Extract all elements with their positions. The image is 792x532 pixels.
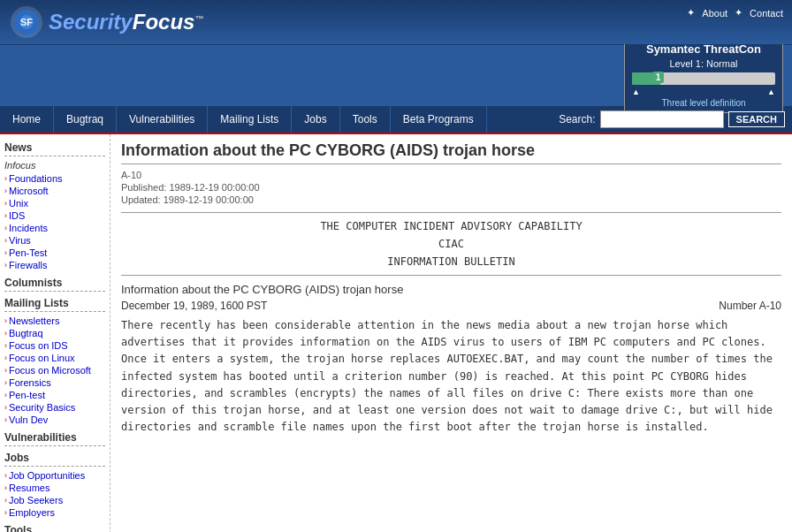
mailing-lists-section-title: Mailing Lists — [4, 297, 105, 312]
arrow-icon-ml6: › — [4, 378, 7, 387]
incidents-link[interactable]: Incidents — [9, 223, 48, 233]
arrow-icon-5: › — [4, 224, 7, 232]
nav-beta-programs[interactable]: Beta Programs — [391, 106, 487, 133]
sidebar-item-virus[interactable]: › Virus — [4, 234, 105, 247]
vuln-dev-link[interactable]: Vuln Dev — [9, 414, 48, 425]
focus-ids-link[interactable]: Focus on IDS — [9, 340, 68, 351]
article-ciac3: INFORMATION BULLETIN — [121, 255, 781, 268]
article-published: Published: 1989-12-19 00:00:00 — [121, 182, 781, 193]
resumes-link[interactable]: Resumes — [9, 483, 50, 493]
employers-link[interactable]: Employers — [9, 507, 55, 518]
arrow-icon-j3: › — [4, 496, 7, 505]
arrow-icon-ml2: › — [4, 329, 7, 338]
jobs-section-title: Jobs — [4, 452, 105, 467]
sidebar-item-job-seekers[interactable]: › Job Seekers — [4, 494, 105, 506]
sidebar-item-forensics[interactable]: › Forensics — [4, 376, 105, 389]
threatcon-widget: Symantec ThreatCon Level 1: Normal 1 ▲ ▲… — [624, 38, 783, 113]
forensics-link[interactable]: Forensics — [9, 377, 51, 388]
sidebar-item-microsoft[interactable]: › Microsoft — [4, 185, 105, 197]
arrow-icon-ml1: › — [4, 316, 7, 325]
logo-icon: SF — [9, 4, 44, 40]
threatcon-level: Level 1: Normal — [632, 58, 775, 69]
ids-link[interactable]: IDS — [9, 210, 25, 221]
sidebar-item-security-basics[interactable]: › Security Basics — [4, 401, 105, 414]
virus-link[interactable]: Virus — [9, 235, 31, 246]
article-intro-title: Information about the PC CYBORG (AIDS) t… — [121, 283, 781, 296]
sidebar-item-employers[interactable]: › Employers — [4, 506, 105, 519]
pen-test-link[interactable]: Pen-Test — [9, 247, 47, 258]
pen-test-ml-link[interactable]: Pen-test — [9, 390, 45, 400]
nav-home[interactable]: Home — [0, 106, 54, 133]
security-basics-link[interactable]: Security Basics — [9, 402, 75, 413]
sidebar-item-foundations[interactable]: › Foundations — [4, 172, 105, 185]
arrow-icon: › — [4, 174, 7, 183]
job-seekers-link[interactable]: Job Seekers — [9, 495, 63, 505]
sidebar-item-focus-microsoft[interactable]: › Focus on Microsoft — [4, 364, 105, 376]
sidebar-item-resumes[interactable]: › Resumes — [4, 482, 105, 494]
article-id: A-10 — [121, 170, 781, 180]
published-label: Published: — [121, 182, 166, 193]
nav-vulnerabilities[interactable]: Vulnerabilities — [117, 106, 208, 133]
arrow-icon-6: › — [4, 236, 7, 245]
nav-jobs[interactable]: Jobs — [292, 106, 339, 133]
bugtraq-link[interactable]: Bugtraq — [9, 328, 43, 338]
arrow-icon-2: › — [4, 186, 7, 195]
vulnerabilities-section-title: Vulnerabilities — [4, 431, 105, 446]
sidebar-item-pen-test[interactable]: › Pen-Test — [4, 247, 105, 259]
threatcon-bar: Symantec ThreatCon Level 1: Normal 1 ▲ ▲… — [0, 44, 792, 106]
article-date-line: December 19, 1989, 1600 PST Number A-10 — [121, 300, 781, 312]
marker-low: ▲ — [632, 87, 640, 96]
search-input[interactable] — [600, 110, 724, 128]
sidebar-item-newsletters[interactable]: › Newsletters — [4, 315, 105, 327]
sidebar-item-bugtraq[interactable]: › Bugtraq — [4, 327, 105, 339]
search-button[interactable]: SEARCH — [728, 111, 785, 127]
sidebar-item-ids[interactable]: › IDS — [4, 209, 105, 222]
sidebar-item-focus-ids[interactable]: › Focus on IDS — [4, 339, 105, 352]
article-meta: A-10 Published: 1989-12-19 00:00:00 Upda… — [121, 170, 781, 205]
threatcon-title: Symantec ThreatCon — [632, 42, 775, 56]
arrow-icon-ml9: › — [4, 415, 7, 424]
arrow-icon-8: › — [4, 261, 7, 270]
focus-microsoft-link[interactable]: Focus on Microsoft — [9, 365, 91, 376]
published-date: 1989-12-19 00:00:00 — [169, 182, 259, 193]
sidebar-item-focus-linux[interactable]: › Focus on Linux — [4, 352, 105, 364]
nav-mailing-lists[interactable]: Mailing Lists — [208, 106, 292, 133]
nav-tools[interactable]: Tools — [340, 106, 391, 133]
threatcon-link[interactable]: Threat level definition — [661, 98, 745, 108]
article-body: There recently has been considerable att… — [121, 317, 781, 436]
sidebar-item-pen-test-ml[interactable]: › Pen-test — [4, 389, 105, 401]
microsoft-link[interactable]: Microsoft — [9, 186, 49, 196]
infocus-section-title: Infocus — [4, 160, 105, 171]
updated-date: 1989-12-19 00:00:00 — [164, 194, 254, 205]
threatcon-bar-container: 1 — [632, 72, 775, 85]
threatcon-markers: ▲ ▲ — [632, 87, 775, 96]
logo-tm: ™ — [194, 14, 203, 24]
columnists-section-title: Columnists — [4, 277, 105, 292]
arrow-icon-ml8: › — [4, 403, 7, 412]
arrow-icon-j1: › — [4, 471, 7, 480]
sidebar-item-incidents[interactable]: › Incidents — [4, 222, 105, 234]
sidebar-item-job-opps[interactable]: › Job Opportunities — [4, 469, 105, 482]
unix-link[interactable]: Unix — [9, 198, 28, 209]
sidebar-item-vuln-dev[interactable]: › Vuln Dev — [4, 414, 105, 426]
nav-bugtraq[interactable]: Bugtraq — [54, 106, 117, 133]
article-divider — [121, 212, 781, 213]
content: Information about the PC CYBORG (AIDS) t… — [110, 134, 792, 532]
firewalls-link[interactable]: Firewalls — [9, 260, 47, 270]
article-ciac1: THE COMPUTER INCIDENT ADVISORY CAPABILIT… — [121, 220, 781, 232]
focus-linux-link[interactable]: Focus on Linux — [9, 353, 75, 363]
article-updated: Updated: 1989-12-19 00:00:00 — [121, 194, 781, 205]
sidebar-item-firewalls[interactable]: › Firewalls — [4, 259, 105, 271]
job-opps-link[interactable]: Job Opportunities — [9, 470, 85, 481]
about-link[interactable]: About — [702, 8, 727, 19]
navbar: Home Bugtraq Vulnerabilities Mailing Lis… — [0, 106, 792, 134]
arrow-icon-ml7: › — [4, 391, 7, 399]
main-layout: News Infocus › Foundations › Microsoft ›… — [0, 134, 792, 532]
contact-link[interactable]: Contact — [750, 8, 783, 19]
newsletters-link[interactable]: Newsletters — [9, 315, 59, 326]
foundations-link[interactable]: Foundations — [9, 173, 63, 184]
arrow-icon-3: › — [4, 199, 7, 208]
search-label: Search: — [559, 113, 595, 125]
arrow-icon-4: › — [4, 211, 7, 220]
sidebar-item-unix[interactable]: › Unix — [4, 197, 105, 209]
